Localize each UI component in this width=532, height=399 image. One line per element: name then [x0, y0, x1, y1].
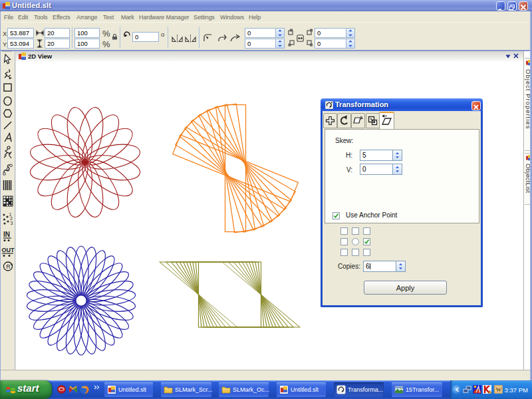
- svg-text:3: 3: [11, 221, 13, 225]
- svg-text:R: R: [6, 263, 11, 270]
- svg-text:IN: IN: [3, 231, 10, 238]
- svg-text:W: W: [496, 386, 502, 393]
- svg-text:2: 2: [10, 216, 13, 221]
- svg-text:OUT: OUT: [2, 247, 15, 253]
